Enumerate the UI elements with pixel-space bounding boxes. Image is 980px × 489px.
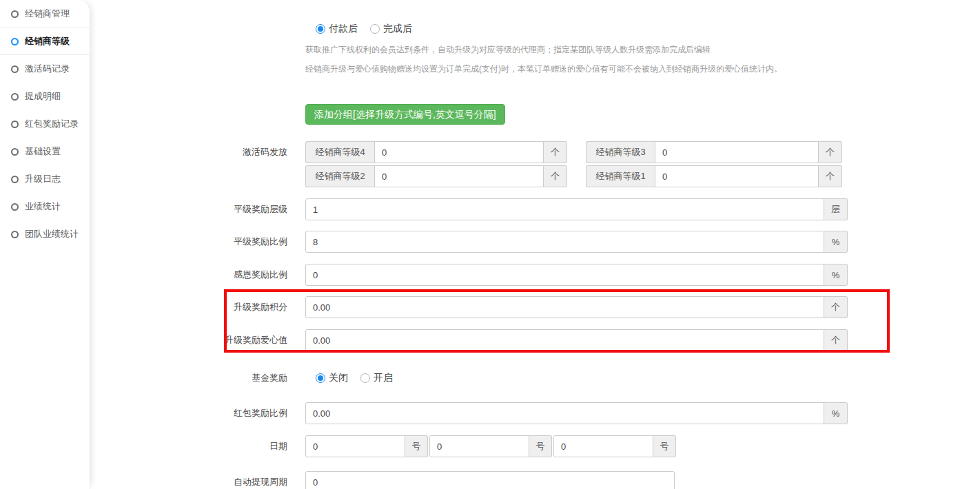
activation-group-level1: 经销商等级1 个 bbox=[586, 165, 842, 187]
unit-day-addon: 号 bbox=[405, 435, 428, 457]
date-group-1: 号 bbox=[305, 435, 428, 457]
circle-icon bbox=[11, 148, 19, 156]
unit-percent-addon: % bbox=[824, 231, 848, 253]
sidebar-item-dealer-management[interactable]: 经销商管理 bbox=[0, 0, 90, 28]
auto-withdraw-label: 自动提现周期 bbox=[90, 471, 287, 489]
sidebar-item-label: 激活码记录 bbox=[25, 63, 70, 75]
upgrade-mode-row: 付款后 完成后 bbox=[90, 23, 980, 35]
upgrade-points-label: 升级奖励积分 bbox=[90, 296, 287, 318]
level4-prepend: 经销商等级4 bbox=[305, 141, 374, 163]
sidebar-item-label: 经销商等级 bbox=[25, 35, 70, 48]
sidebar-item-label: 红包奖励记录 bbox=[25, 118, 79, 130]
unit-layer-addon: 层 bbox=[824, 198, 848, 220]
circle-icon bbox=[11, 93, 19, 101]
activation-codes-label: 激活码发放 bbox=[90, 141, 287, 163]
level2-count-input[interactable] bbox=[374, 165, 544, 187]
unit-percent-addon: % bbox=[824, 264, 848, 286]
circle-icon bbox=[11, 10, 19, 18]
activation-group-level4: 经销商等级4 个 bbox=[305, 141, 567, 163]
radio-after-completion[interactable]: 完成后 bbox=[370, 23, 412, 35]
unit-ge-addon: 个 bbox=[824, 296, 848, 318]
sidebar: 经销商管理 经销商等级 激活码记录 提成明细 红包奖励记录 基础设置 升级日志 … bbox=[0, 0, 90, 489]
date-group-3: 号 bbox=[553, 435, 676, 457]
auto-withdraw-row: 自动提现周期 自动提现周期，例如设置7日，则在每月每n天该等级经销商自动完成手动… bbox=[90, 471, 980, 489]
fund-reward-label: 基金奖励 bbox=[90, 367, 287, 389]
circle-icon bbox=[11, 121, 19, 128]
sidebar-item-label: 团队业绩统计 bbox=[25, 228, 79, 240]
date-label: 日期 bbox=[90, 435, 287, 457]
sidebar-item-dealer-level[interactable]: 经销商等级 bbox=[0, 28, 90, 55]
unit-ge-addon: 个 bbox=[824, 329, 848, 351]
date-input-3[interactable] bbox=[553, 435, 653, 457]
peer-level-label: 平级奖励层级 bbox=[90, 198, 287, 220]
sidebar-item-performance-stats[interactable]: 业绩统计 bbox=[0, 193, 90, 220]
redpacket-ratio-row: 红包奖励比例 % bbox=[90, 402, 980, 424]
circle-icon bbox=[11, 176, 19, 183]
level1-prepend: 经销商等级1 bbox=[586, 165, 655, 187]
sidebar-item-label: 基础设置 bbox=[25, 145, 61, 158]
unit-ge-addon: 个 bbox=[544, 141, 567, 163]
date-row: 日期 号 号 号 bbox=[90, 435, 980, 457]
peer-ratio-input[interactable] bbox=[305, 231, 824, 253]
activation-group-level3: 经销商等级3 个 bbox=[586, 141, 842, 163]
radio-unchecked-icon bbox=[360, 373, 370, 383]
fund-reward-row: 基金奖励 关闭 开启 bbox=[90, 367, 980, 389]
circle-icon bbox=[11, 65, 19, 73]
radio-fund-on[interactable]: 开启 bbox=[360, 372, 393, 384]
level3-prepend: 经销商等级3 bbox=[586, 141, 655, 163]
circle-icon bbox=[11, 203, 19, 211]
upgrade-love-input[interactable] bbox=[305, 329, 824, 351]
circle-icon bbox=[11, 38, 19, 45]
level3-count-input[interactable] bbox=[655, 141, 819, 163]
level4-count-input[interactable] bbox=[374, 141, 544, 163]
sidebar-item-basic-settings[interactable]: 基础设置 bbox=[0, 138, 90, 165]
upgrade-points-input[interactable] bbox=[305, 296, 824, 318]
unit-ge-addon: 个 bbox=[819, 165, 842, 187]
radio-unchecked-icon bbox=[370, 24, 380, 34]
circle-icon bbox=[11, 231, 19, 238]
help-text-love-value-note: 经销商升级与爱心值购物赠送均设置为订单完成(支付)时，本笔订单赠送的爱心值有可能… bbox=[305, 65, 980, 73]
redpacket-ratio-input[interactable] bbox=[305, 402, 824, 424]
date-input-2[interactable] bbox=[429, 435, 529, 457]
sidebar-item-upgrade-logs[interactable]: 升级日志 bbox=[0, 165, 90, 193]
sidebar-item-redpacket-reward-records[interactable]: 红包奖励记录 bbox=[0, 110, 90, 138]
date-group-2: 号 bbox=[429, 435, 552, 457]
add-group-button[interactable]: 添加分组[选择升级方式编号,英文逗号分隔] bbox=[305, 104, 505, 125]
sidebar-item-label: 经销商管理 bbox=[25, 8, 70, 20]
auto-withdraw-input[interactable] bbox=[305, 471, 675, 489]
unit-day-addon: 号 bbox=[653, 435, 676, 457]
peer-level-row: 平级奖励层级 层 bbox=[90, 198, 980, 220]
unit-ge-addon: 个 bbox=[544, 165, 567, 187]
radio-checked-icon bbox=[316, 24, 325, 34]
sidebar-item-label: 提成明细 bbox=[25, 90, 61, 103]
peer-ratio-row: 平级奖励比例 % bbox=[90, 231, 980, 253]
upgrade-love-label: 升级奖励爱心值 bbox=[90, 329, 287, 351]
peer-ratio-label: 平级奖励比例 bbox=[90, 231, 287, 253]
gratitude-ratio-row: 感恩奖励比例 % bbox=[90, 264, 980, 286]
peer-level-input[interactable] bbox=[305, 198, 824, 220]
gratitude-ratio-label: 感恩奖励比例 bbox=[90, 264, 287, 286]
radio-after-payment[interactable]: 付款后 bbox=[316, 23, 358, 35]
sidebar-item-label: 升级日志 bbox=[25, 173, 61, 185]
activation-group-level2: 经销商等级2 个 bbox=[305, 165, 567, 187]
level2-prepend: 经销商等级2 bbox=[305, 165, 374, 187]
sidebar-item-team-performance-stats[interactable]: 团队业绩统计 bbox=[0, 220, 90, 248]
dealer-level-form: 付款后 完成后 获取推广下线权利的会员达到条件，自动升级为对应等级的代理商；指定… bbox=[90, 0, 980, 489]
sidebar-item-label: 业绩统计 bbox=[25, 200, 61, 213]
upgrade-love-row: 升级奖励爱心值 个 bbox=[90, 329, 980, 351]
upgrade-points-row: 升级奖励积分 个 bbox=[90, 296, 980, 318]
gratitude-ratio-input[interactable] bbox=[305, 264, 824, 286]
unit-ge-addon: 个 bbox=[819, 141, 842, 163]
sidebar-item-commission-details[interactable]: 提成明细 bbox=[0, 83, 90, 110]
unit-day-addon: 号 bbox=[529, 435, 552, 457]
unit-percent-addon: % bbox=[824, 402, 848, 424]
level1-count-input[interactable] bbox=[655, 165, 819, 187]
help-text-upgrade-condition: 获取推广下线权利的会员达到条件，自动升级为对应等级的代理商；指定某团队等级人数升… bbox=[305, 45, 980, 54]
activation-codes-row: 激活码发放 经销商等级4 个 经销商等级3 个 经销商等级2 个 经销商等级1 … bbox=[90, 141, 980, 187]
redpacket-ratio-label: 红包奖励比例 bbox=[90, 402, 287, 424]
radio-fund-off[interactable]: 关闭 bbox=[316, 372, 348, 384]
sidebar-item-activation-code-records[interactable]: 激活码记录 bbox=[0, 55, 90, 83]
radio-checked-icon bbox=[316, 373, 325, 383]
date-input-1[interactable] bbox=[305, 435, 405, 457]
